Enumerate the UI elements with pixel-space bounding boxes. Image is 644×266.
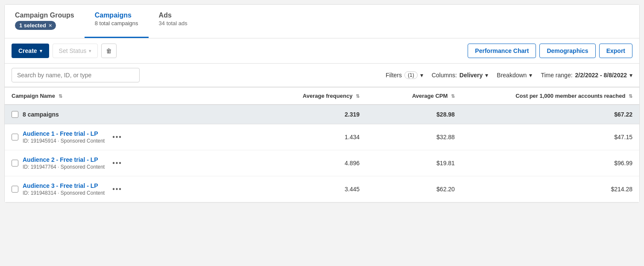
sort-icon-cost[interactable]: ⇅ [629,94,632,99]
breakdown-label: Breakdown [497,72,527,79]
row-cost-1: $96.99 [462,150,639,176]
summary-count: 8 campaigns [23,111,59,118]
delete-button[interactable]: 🗑 [101,44,117,58]
summary-name-cell: 8 campaigns [5,105,271,124]
selected-badge-close[interactable]: × [49,22,52,29]
campaign-link-1[interactable]: Audience 2 - Free trial - LP [23,156,105,163]
summary-cost: $67.22 [462,105,639,124]
row-cost-2: $214.28 [462,176,639,202]
search-input[interactable] [12,68,140,82]
trash-icon: 🗑 [106,47,112,54]
tab-campaigns-subtitle: 8 total campaigns [95,20,138,26]
filters-dropdown[interactable]: Filters (1) ▾ [386,71,423,79]
table-row: Audience 1 - Free trial - LP ID: 1919459… [5,124,639,150]
filters-chevron-icon: ▾ [420,72,423,79]
row-checkbox-2[interactable] [12,186,18,193]
summary-cpm: $28.98 [366,105,462,124]
breakdown-chevron-icon: ▾ [529,72,532,79]
tab-ads-title: Ads [159,12,187,19]
selected-badge: 1 selected × [15,21,56,30]
campaign-link-0[interactable]: Audience 1 - Free trial - LP [23,130,105,137]
toolbar: Create Set Status 🗑 Performance Chart De… [5,38,639,64]
col-header-cpm: Average CPM ⇅ [366,88,462,105]
campaign-meta-0: ID: 191945914 · Sponsored Content [23,138,105,144]
columns-label: Columns: [432,72,457,79]
summary-freq: 2.319 [271,105,366,124]
campaigns-table: Campaign Name ⇅ Average frequency ⇅ Aver… [5,87,639,202]
campaign-meta-2: ID: 191948314 · Sponsored Content [23,190,105,196]
toolbar-right: Performance Chart Demographics Export [468,44,632,58]
col-header-freq: Average frequency ⇅ [271,88,366,105]
time-range-chevron-icon: ▾ [629,72,632,79]
tab-ads[interactable]: Ads 34 total ads [149,5,198,38]
columns-dropdown[interactable]: Columns: Delivery ▾ [432,72,489,79]
filter-bar: Filters (1) ▾ Columns: Delivery ▾ Breakd… [5,64,639,87]
row-options-1[interactable]: ••• [109,158,126,169]
row-checkbox-1[interactable] [12,160,18,167]
row-cpm-1: $19.81 [366,150,462,176]
top-tabs: Campaign Groups 1 selected × Campaigns 8… [5,5,639,38]
summary-checkbox[interactable] [12,111,18,118]
row-name-cell-0: Audience 1 - Free trial - LP ID: 1919459… [5,124,271,150]
sort-icon-freq[interactable]: ⇅ [356,94,360,99]
campaign-link-2[interactable]: Audience 3 - Free trial - LP [23,182,105,189]
table-row: Audience 2 - Free trial - LP ID: 1919477… [5,150,639,176]
breakdown-dropdown[interactable]: Breakdown ▾ [497,72,532,79]
row-cost-0: $47.15 [462,124,639,150]
sort-icon-cpm[interactable]: ⇅ [451,94,455,99]
time-range-label: Time range: [541,72,572,79]
tab-campaigns[interactable]: Campaigns 8 total campaigns [85,5,149,38]
columns-value: Delivery [460,72,483,79]
selected-badge-text: 1 selected [19,22,46,29]
sort-icon-name[interactable]: ⇅ [59,94,62,99]
demographics-button[interactable]: Demographics [539,44,595,58]
filter-controls: Filters (1) ▾ Columns: Delivery ▾ Breakd… [386,71,632,79]
columns-chevron-icon: ▾ [485,72,488,79]
row-name-cell-1: Audience 2 - Free trial - LP ID: 1919477… [5,150,271,176]
performance-chart-button[interactable]: Performance Chart [468,44,536,58]
row-cpm-2: $62.20 [366,176,462,202]
tab-campaign-groups-title: Campaign Groups [15,12,74,19]
row-checkbox-0[interactable] [12,134,18,140]
campaign-meta-1: ID: 191947764 · Sponsored Content [23,164,105,170]
toolbar-left: Create Set Status 🗑 [12,44,464,58]
tab-ads-subtitle: 34 total ads [159,20,187,26]
time-range-value: 2/2/2022 - 8/8/2022 [575,72,627,79]
row-options-0[interactable]: ••• [109,132,126,143]
filters-label: Filters [386,72,402,79]
summary-row: 8 campaigns 2.319 $28.98 $67.22 [5,105,639,124]
col-header-name: Campaign Name ⇅ [5,88,271,105]
row-cpm-0: $32.88 [366,124,462,150]
row-name-cell-2: Audience 3 - Free trial - LP ID: 1919483… [5,176,271,202]
row-freq-1: 4.896 [271,150,366,176]
set-status-button[interactable]: Set Status [53,44,98,58]
create-button[interactable]: Create [12,44,49,58]
export-button[interactable]: Export [599,44,632,58]
table-row: Audience 3 - Free trial - LP ID: 1919483… [5,176,639,202]
time-range-dropdown[interactable]: Time range: 2/2/2022 - 8/8/2022 ▾ [541,72,632,79]
filters-count: (1) [404,71,418,79]
col-header-cost: Cost per 1,000 member accounts reached ⇅ [462,88,639,105]
row-freq-0: 1.434 [271,124,366,150]
row-options-2[interactable]: ••• [109,184,126,195]
tab-campaign-groups[interactable]: Campaign Groups 1 selected × [5,5,85,38]
tab-campaigns-title: Campaigns [95,12,138,19]
table-header-row: Campaign Name ⇅ Average frequency ⇅ Aver… [5,88,639,105]
row-freq-2: 3.445 [271,176,366,202]
